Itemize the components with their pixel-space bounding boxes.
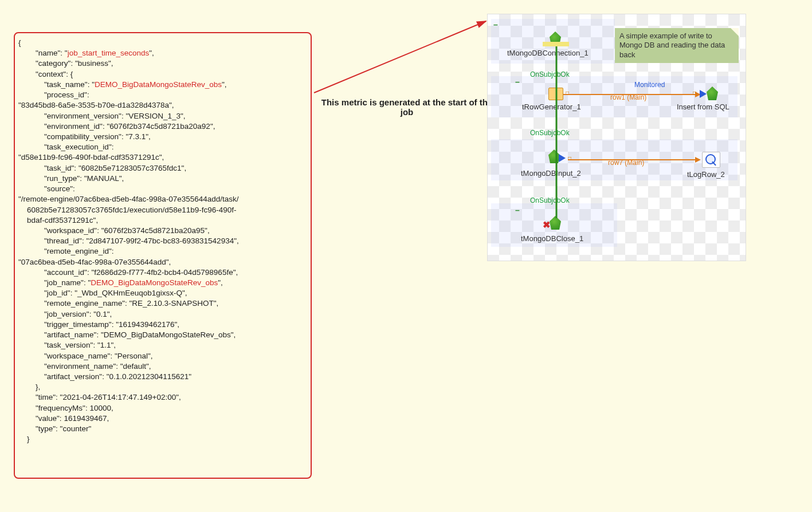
- component-label: Insert from SQL: [677, 103, 729, 111]
- close-x-icon: ✖: [543, 219, 550, 230]
- component-label: tRowGenerator_1: [522, 103, 581, 111]
- svg-marker-4: [695, 157, 701, 163]
- component-label: tMongoDBConnection_1: [507, 49, 589, 57]
- link-label-onsubjobok: OnSubjobOk: [530, 129, 570, 137]
- component-tLogRow[interactable]: [702, 152, 720, 168]
- connector-anchor-icon: □: [693, 90, 696, 96]
- subjob-flow-line: [555, 46, 558, 218]
- pointer-arrow: [314, 18, 492, 99]
- link-label-onsubjobok: OnSubjobOk: [530, 70, 570, 78]
- subjob-highlight: [543, 42, 569, 46]
- link-monitored-label: Monitored: [634, 81, 665, 89]
- component-tMongoDBClose[interactable]: [550, 216, 561, 231]
- link-row1-label: row1 (Main): [610, 93, 646, 101]
- collapse-icon[interactable]: –: [515, 77, 520, 86]
- link-row7-label: row7 (Main): [608, 159, 644, 167]
- mongodb-icon: [707, 86, 718, 100]
- job-description-text: A simple example of write to Mongo DB an…: [619, 31, 725, 59]
- output-arrow-icon: [559, 154, 566, 162]
- magnifier-icon: [705, 153, 717, 166]
- svg-line-0: [314, 21, 486, 93]
- input-arrow-icon: [700, 90, 707, 98]
- metric-json-content: { "name": "job_start_time_seconds", "cat…: [18, 38, 307, 445]
- link-label-onsubjobok: OnSubjobOk: [530, 196, 570, 204]
- talend-job-canvas: A simple example of write to Mongo DB an…: [487, 14, 746, 261]
- component-tMongoDBInput[interactable]: [548, 149, 560, 165]
- metric-caption: This metric is generated at the start of…: [321, 97, 493, 117]
- component-insert-from-sql[interactable]: [702, 86, 718, 102]
- component-label: tMongoDBInput_2: [521, 169, 581, 178]
- component-label: tLogRow_2: [687, 170, 725, 179]
- metric-json-panel: { "name": "job_start_time_seconds", "cat…: [14, 32, 312, 479]
- collapse-icon[interactable]: –: [493, 20, 498, 29]
- collapse-icon[interactable]: –: [515, 206, 520, 215]
- component-label: tMongoDBClose_1: [521, 234, 583, 243]
- job-description-note: A simple example of write to Mongo DB an…: [615, 28, 739, 63]
- mongodb-icon: [548, 149, 560, 163]
